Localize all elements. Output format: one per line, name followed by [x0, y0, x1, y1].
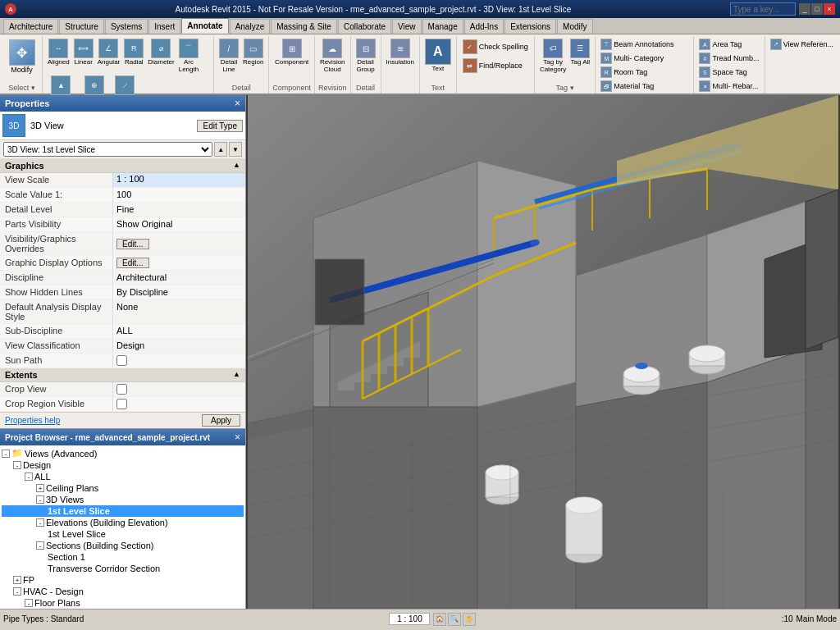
- prop-row-discipline: Discipline Architectural: [0, 271, 245, 285]
- prop-value-parts-vis: Show Original: [113, 217, 245, 231]
- tab-massing[interactable]: Massing & Site: [271, 19, 337, 34]
- tab-modify[interactable]: Modify: [557, 19, 592, 34]
- titlebar-controls[interactable]: _ □ ×: [799, 3, 835, 15]
- prop-row-crop-view: Crop View: [0, 382, 245, 397]
- view-reference-button[interactable]: ↗ View Referen...: [769, 38, 835, 51]
- tree-item-1st-level-slice[interactable]: 1st Level Slice: [2, 505, 244, 517]
- component-button[interactable]: ⊞ Component: [273, 38, 310, 66]
- multi-category-button[interactable]: M Multi- Category: [599, 52, 690, 65]
- vis-graphics-edit-button[interactable]: Edit...: [116, 239, 149, 249]
- statusbar-icons[interactable]: 🏠 🔍 ✋: [433, 613, 476, 626]
- detail-group-button[interactable]: ⊟ DetailGroup: [354, 38, 377, 74]
- crop-region-vis-checkbox[interactable]: [116, 399, 127, 409]
- tag-all-button[interactable]: ☰ Tag All: [568, 38, 591, 74]
- group-detail-group-label: Detail: [356, 84, 375, 92]
- tab-manage[interactable]: Manage: [422, 19, 463, 34]
- group-revision-label: Revision: [318, 84, 347, 92]
- find-replace-button[interactable]: ⇄ Find/Replace: [460, 57, 531, 75]
- nav-icon[interactable]: 🏠: [433, 613, 446, 626]
- dimension-aligned-button[interactable]: ↔ Aligned: [46, 38, 71, 74]
- prop-row-view-class: View Classification Design: [0, 339, 245, 354]
- scene-svg: [246, 95, 840, 609]
- properties-help-link[interactable]: Properties help: [5, 416, 60, 425]
- close-button[interactable]: ×: [824, 3, 835, 15]
- tree-item-transverse[interactable]: Transverse Corridor Section: [2, 563, 244, 574]
- tag-by-category-button[interactable]: 🏷 Tag byCategory: [538, 38, 568, 74]
- titlebar: A Autodesk Revit 2015 - Not For Resale V…: [0, 0, 840, 18]
- dimension-arc-button[interactable]: ⌒ ArcLength: [177, 38, 200, 74]
- dimension-linear-button[interactable]: ⟺ Linear: [72, 38, 95, 74]
- tree-item-elevations[interactable]: - Elevations (Building Elevation): [2, 517, 244, 528]
- insulation-button[interactable]: ≋ Insulation: [385, 38, 416, 66]
- scale-display: 1 : 100: [389, 613, 430, 625]
- prop-row-vis-graphics: Visibility/Graphics Overrides Edit...: [0, 232, 245, 256]
- tab-extensions[interactable]: Extensions: [504, 19, 556, 34]
- prop-label-discipline: Discipline: [0, 271, 113, 285]
- properties-panel-close[interactable]: ×: [235, 98, 240, 108]
- project-browser-header: Project Browser - rme_advanced_sample_pr…: [0, 429, 245, 445]
- detail-line-button[interactable]: / DetailLine: [217, 38, 240, 74]
- tree-item-hvac-design[interactable]: - HVAC - Design: [2, 586, 244, 597]
- pan-icon[interactable]: ✋: [463, 613, 476, 626]
- sun-path-checkbox[interactable]: [116, 355, 127, 366]
- extents-section-header[interactable]: Extents ▲: [0, 368, 245, 382]
- graphic-display-edit-button[interactable]: Edit...: [116, 258, 149, 268]
- edit-type-button[interactable]: Edit Type: [197, 120, 243, 132]
- minimize-button[interactable]: _: [799, 3, 810, 15]
- titlebar-search[interactable]: [730, 2, 796, 16]
- dimension-radial-button[interactable]: R Radial: [122, 38, 145, 74]
- maximize-button[interactable]: □: [811, 3, 823, 15]
- view-scale-input[interactable]: [116, 174, 242, 184]
- tree-item-sections[interactable]: - Sections (Building Section): [2, 540, 244, 551]
- material-tag-button[interactable]: 🗗 Material Tag: [599, 80, 690, 93]
- text-button[interactable]: A Text: [423, 38, 453, 73]
- tree-item-ceiling-plans[interactable]: + Ceiling Plans: [2, 482, 244, 494]
- scroll-up-button[interactable]: ▲: [214, 142, 227, 157]
- modify-button[interactable]: ✥ Modify: [7, 38, 37, 75]
- tab-structure[interactable]: Structure: [59, 19, 104, 34]
- dimension-diameter-button[interactable]: ⌀ Diameter: [146, 38, 176, 74]
- tab-view[interactable]: View: [392, 19, 422, 34]
- tread-number-button[interactable]: # Tread Numb...: [697, 52, 760, 65]
- view-dropdown-row: 3D View: 1st Level Slice ▲ ▼: [0, 140, 245, 159]
- svg-marker-44: [806, 189, 838, 349]
- zoom-icon[interactable]: 🔍: [448, 613, 461, 626]
- titlebar-search-input[interactable]: [730, 2, 796, 16]
- room-tag-button[interactable]: R Room Tag: [599, 66, 690, 79]
- area-tag-button[interactable]: A Area Tag: [697, 38, 760, 51]
- tree-item-elevation-1st-level[interactable]: 1st Level Slice: [2, 528, 244, 540]
- view-selector-dropdown[interactable]: 3D View: 1st Level Slice: [3, 142, 212, 157]
- tab-analyze[interactable]: Analyze: [230, 19, 271, 34]
- graphics-section-header[interactable]: Graphics ▲: [0, 159, 245, 173]
- crop-view-checkbox[interactable]: [116, 384, 127, 395]
- tab-architecture[interactable]: Architecture: [3, 19, 58, 34]
- tab-annotate[interactable]: Annotate: [181, 18, 228, 34]
- tab-addins[interactable]: Add-Ins: [464, 19, 504, 34]
- project-browser-close[interactable]: ×: [235, 431, 240, 443]
- check-spelling-button[interactable]: ✓ Check Spelling: [460, 38, 531, 56]
- tree-item-3d-views[interactable]: - 3D Views: [2, 494, 244, 505]
- tab-systems[interactable]: Systems: [105, 19, 148, 34]
- space-tag-button[interactable]: S Space Tag: [697, 66, 760, 79]
- scroll-down-button[interactable]: ▼: [229, 142, 242, 157]
- prop-value-view-scale[interactable]: [113, 173, 245, 187]
- tree-item-section-1[interactable]: Section 1: [2, 551, 244, 563]
- svg-point-39: [486, 465, 518, 480]
- tree-item-views-advanced[interactable]: - 📁 Views (Advanced): [2, 447, 244, 459]
- multi-rebar-button[interactable]: ≡ Multi- Rebar...: [697, 80, 760, 93]
- prop-label-scale-value: Scale Value 1:: [0, 188, 113, 202]
- tab-collaborate[interactable]: Collaborate: [338, 19, 391, 34]
- tree-item-floor-plans[interactable]: - Floor Plans: [2, 597, 244, 609]
- beam-annotations-button[interactable]: ⊤ Beam Annotations: [599, 38, 690, 51]
- tree-item-design[interactable]: - Design: [2, 459, 244, 471]
- revision-cloud-button[interactable]: ☁ RevisionCloud: [318, 38, 347, 74]
- prop-value-sub-discipline: ALL: [113, 324, 245, 338]
- apply-button[interactable]: Apply: [202, 414, 240, 427]
- region-button[interactable]: ▭ Region: [241, 38, 265, 74]
- tree-item-fp[interactable]: + FP: [2, 574, 244, 586]
- tab-insert[interactable]: Insert: [148, 19, 180, 34]
- viewport[interactable]: [246, 95, 840, 609]
- dimension-angular-button[interactable]: ∠ Angular: [96, 38, 122, 74]
- ribbon-group-select: ✥ Modify Select ▾: [2, 36, 43, 94]
- tree-item-all[interactable]: - ALL: [2, 471, 244, 482]
